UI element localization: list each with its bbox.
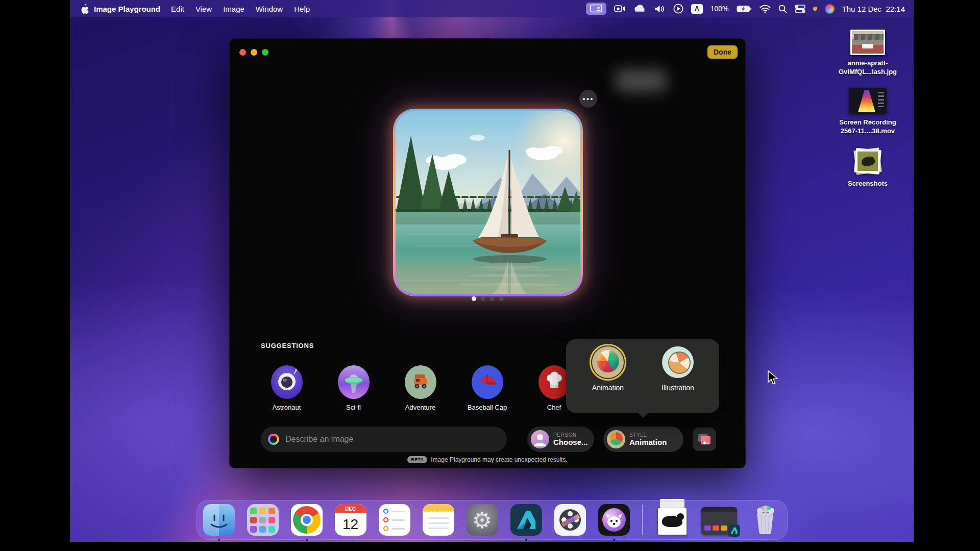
file-label: annie-spratt-GviMfQL...lash.jpg bbox=[839, 59, 897, 77]
calendar-day: 12 bbox=[335, 513, 366, 536]
mic-in-use-indicator bbox=[813, 7, 817, 11]
photo-thumbnail bbox=[850, 30, 885, 55]
animation-ball-icon bbox=[592, 346, 624, 378]
cloud-icon[interactable] bbox=[633, 5, 647, 13]
video-camera-icon[interactable] bbox=[614, 5, 626, 13]
generated-image-card[interactable] bbox=[395, 110, 581, 295]
spotlight-search-icon[interactable] bbox=[778, 5, 787, 13]
menubar-clock[interactable]: Thu 12 Dec 22:14 bbox=[842, 5, 905, 13]
siri-icon[interactable] bbox=[825, 4, 835, 14]
illustration-ball-icon bbox=[662, 346, 694, 378]
carousel-dot-3[interactable] bbox=[490, 296, 495, 301]
desktop: Image Playground Edit View Image Window … bbox=[70, 0, 914, 542]
dock-minimized-window[interactable] bbox=[701, 504, 737, 536]
baseball-cap-icon bbox=[472, 365, 503, 399]
affinity-badge-icon bbox=[728, 524, 740, 537]
battery-icon[interactable] bbox=[737, 5, 752, 13]
chef-hat-icon bbox=[538, 365, 570, 399]
beta-disclaimer: BETA Image Playground may create unexpec… bbox=[230, 456, 745, 463]
dock: DEC 12 ⚙ bbox=[197, 500, 788, 540]
menu-image[interactable]: Image bbox=[223, 5, 244, 13]
screen-sharing-icon[interactable] bbox=[586, 3, 606, 15]
style-option-illustration[interactable]: Illustration bbox=[647, 346, 708, 392]
beta-badge: BETA bbox=[407, 456, 427, 463]
dock-launchpad-icon[interactable] bbox=[247, 504, 279, 536]
done-button[interactable]: Done bbox=[707, 45, 738, 59]
carousel-dot-1[interactable] bbox=[472, 296, 476, 301]
play-circle-icon[interactable] bbox=[673, 4, 683, 14]
window-controls bbox=[239, 49, 268, 56]
volume-icon[interactable] bbox=[654, 5, 666, 13]
menu-window[interactable]: Window bbox=[256, 5, 283, 13]
astronaut-icon bbox=[271, 365, 303, 399]
redacted-blur bbox=[616, 69, 667, 92]
ellipsis-icon: ●●● bbox=[582, 96, 594, 102]
image-playground-window: Done ●●● bbox=[229, 38, 746, 468]
screen-recording-frame: Image Playground Edit View Image Window … bbox=[0, 0, 980, 551]
keyboard-input-icon[interactable]: A bbox=[691, 4, 703, 14]
person-value: Choose... bbox=[553, 438, 588, 446]
dock-system-settings-icon[interactable]: ⚙ bbox=[467, 504, 498, 536]
desktop-files: annie-spratt-GviMfQL...lash.jpg Screen R… bbox=[835, 30, 901, 188]
person-chooser-button[interactable]: PERSON Choose... bbox=[527, 427, 594, 452]
ufo-icon bbox=[338, 365, 370, 399]
dock-calendar-icon[interactable]: DEC 12 bbox=[335, 504, 366, 536]
suggestions-title: SUGGESTIONS bbox=[261, 342, 314, 349]
jeep-icon bbox=[405, 365, 436, 399]
menubar-app-name[interactable]: Image Playground bbox=[94, 5, 160, 13]
file-label: Screen Recording2567-11....38.mov bbox=[839, 118, 896, 136]
desktop-folder-screenshots[interactable]: Screenshots bbox=[848, 147, 888, 188]
style-value: Animation bbox=[629, 438, 667, 446]
gear-icon: ⚙ bbox=[472, 507, 492, 533]
suggestion-astronaut[interactable]: Astronaut bbox=[253, 365, 320, 411]
apple-menu-icon[interactable] bbox=[80, 4, 89, 14]
dock-image-playground-icon[interactable] bbox=[598, 504, 630, 536]
describe-image-input[interactable] bbox=[261, 427, 507, 452]
person-avatar-icon bbox=[531, 430, 549, 448]
style-option-animation[interactable]: Animation bbox=[577, 346, 639, 392]
menu-help[interactable]: Help bbox=[294, 5, 310, 13]
photos-icon bbox=[698, 434, 710, 445]
minimize-button[interactable] bbox=[251, 49, 257, 56]
dock-chrome-icon[interactable] bbox=[291, 504, 323, 536]
wifi-icon[interactable] bbox=[760, 5, 771, 13]
mouse-cursor bbox=[767, 370, 780, 388]
zoom-button[interactable] bbox=[262, 49, 268, 56]
video-thumbnail bbox=[849, 88, 887, 114]
close-button[interactable] bbox=[239, 49, 246, 56]
battery-percent: 100% bbox=[710, 5, 729, 13]
add-photo-button[interactable] bbox=[693, 428, 716, 451]
style-ball-icon bbox=[607, 430, 625, 448]
dock-notes-icon[interactable] bbox=[423, 504, 454, 536]
dock-minimized-cat-document[interactable] bbox=[655, 504, 689, 536]
dock-reminders-icon[interactable] bbox=[379, 504, 410, 536]
person-kicker: PERSON bbox=[553, 432, 588, 438]
carousel-dot-4[interactable] bbox=[499, 296, 504, 301]
control-center-icon[interactable] bbox=[795, 5, 805, 13]
dock-separator bbox=[642, 505, 643, 535]
desktop-file-photo[interactable]: annie-spratt-GviMfQL...lash.jpg bbox=[839, 30, 897, 77]
file-label: Screenshots bbox=[848, 180, 888, 188]
screenshots-stack-thumbnail bbox=[851, 147, 885, 176]
dock-trash-icon[interactable] bbox=[749, 504, 781, 536]
cat-photo bbox=[662, 516, 682, 527]
menu-view[interactable]: View bbox=[195, 5, 212, 13]
style-popup: Animation Illustration bbox=[566, 339, 719, 413]
menu-edit[interactable]: Edit bbox=[171, 5, 184, 13]
sailboat-image bbox=[396, 111, 580, 294]
carousel-dot-2[interactable] bbox=[481, 296, 485, 301]
apple-intelligence-icon bbox=[268, 434, 279, 445]
suggestion-baseball-cap[interactable]: Baseball Cap bbox=[454, 365, 521, 411]
suggestion-scifi[interactable]: Sci-fi bbox=[320, 365, 387, 411]
dock-video-editor-icon[interactable] bbox=[554, 504, 586, 536]
calendar-month: DEC bbox=[335, 504, 366, 513]
suggestion-adventure[interactable]: Adventure bbox=[387, 365, 454, 411]
carousel-dots bbox=[230, 296, 745, 301]
menu-bar: Image Playground Edit View Image Window … bbox=[70, 0, 914, 17]
desktop-file-video[interactable]: Screen Recording2567-11....38.mov bbox=[839, 88, 896, 136]
dock-affinity-designer-icon[interactable] bbox=[510, 504, 542, 536]
beta-text: Image Playground may create unexpected r… bbox=[431, 456, 567, 463]
more-options-button[interactable]: ●●● bbox=[579, 90, 597, 108]
dock-finder-icon[interactable] bbox=[203, 504, 235, 536]
style-chooser-button[interactable]: STYLE Animation bbox=[603, 427, 683, 452]
